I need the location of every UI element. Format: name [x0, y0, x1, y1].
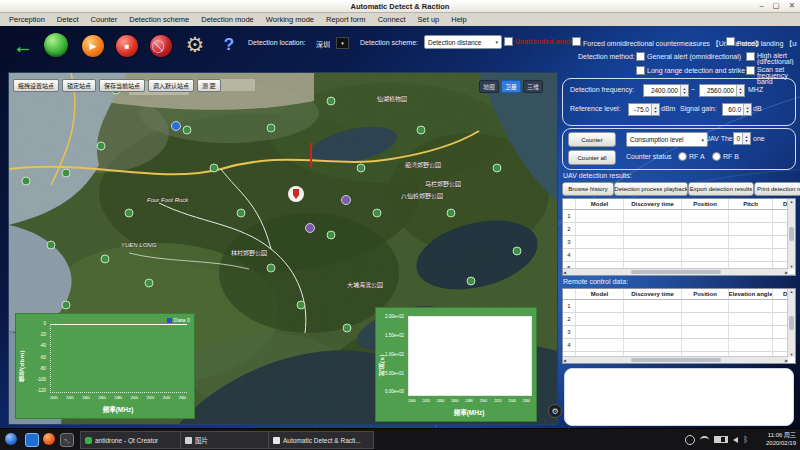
map-marker-blue[interactable]: [172, 122, 181, 131]
table-row[interactable]: 4: [563, 339, 795, 352]
horizontal-scrollbar[interactable]: ◀▶: [563, 356, 788, 363]
remote-data-table[interactable]: Model Discovery time Position Elevation …: [562, 288, 796, 364]
threed-view-button[interactable]: 三维: [523, 80, 543, 93]
table-row[interactable]: 3: [563, 236, 795, 249]
menu-perception[interactable]: Perception: [3, 15, 51, 24]
ref-unit-label: dBm: [661, 105, 675, 112]
spinner-arrows[interactable]: ▲▼: [742, 133, 750, 144]
reference-level-spinner[interactable]: -75.0 ▲▼: [628, 103, 660, 116]
table-row[interactable]: 1: [563, 300, 795, 313]
table-row[interactable]: 1: [563, 210, 795, 223]
menu-detect[interactable]: Detect: [51, 15, 85, 24]
unattended-mode-checkbox[interactable]: [504, 37, 513, 46]
input-method-icon[interactable]: [685, 435, 695, 445]
col-elevation-angle[interactable]: Elevation angle: [729, 289, 773, 299]
rf-a-radio[interactable]: [678, 152, 687, 161]
menu-report-form[interactable]: Report form: [320, 15, 372, 24]
menu-working-mode[interactable]: Working mode: [260, 15, 320, 24]
terminal-icon[interactable]: >_: [60, 433, 74, 447]
drag-set-site-button[interactable]: 拖拽设置站点: [13, 79, 59, 92]
taskbar-clock[interactable]: 11:06 周三 2020/02/19: [766, 431, 796, 447]
forced-landing-checkbox[interactable]: [726, 37, 735, 46]
menu-set-up[interactable]: Set up: [412, 15, 446, 24]
panel-gear-icon[interactable]: ⚙: [548, 404, 562, 418]
spinner-arrows[interactable]: ▲▼: [736, 85, 744, 96]
col-model[interactable]: Model: [576, 289, 624, 299]
uav-results-table[interactable]: Model Discovery time Position Pitch Dist…: [562, 198, 796, 276]
close-icon[interactable]: ✕: [789, 0, 795, 12]
wifi-icon[interactable]: [700, 436, 709, 444]
location-dropdown-button[interactable]: ▾: [336, 37, 349, 49]
menu-detection-scheme[interactable]: Detection scheme: [123, 15, 195, 24]
col-pitch[interactable]: Pitch: [729, 199, 773, 209]
menu-help[interactable]: Help: [445, 15, 472, 24]
counter-strike-icon[interactable]: ⃠: [150, 35, 172, 57]
lock-site-button[interactable]: 锁定站点: [62, 79, 96, 92]
monitor-icon[interactable]: [25, 433, 39, 447]
scan-band-checkbox[interactable]: [746, 66, 755, 75]
volume-icon[interactable]: [733, 437, 738, 443]
signal-gain-spinner[interactable]: 60.0 ▲▼: [722, 103, 752, 116]
print-results-button[interactable]: Print detection results: [754, 182, 800, 196]
map-marker: [343, 324, 351, 332]
forced-omni-checkbox[interactable]: [572, 37, 581, 46]
counter-button[interactable]: Counter: [568, 132, 616, 147]
task-automatic-detect[interactable]: Automatic Detect & Racti...: [268, 431, 374, 449]
col-discovery-time[interactable]: Discovery time: [624, 289, 682, 299]
task-qt-creator[interactable]: antidrone - Qt Creator: [80, 431, 186, 449]
menu-connect[interactable]: Connect: [372, 15, 412, 24]
stop-icon[interactable]: ■: [116, 35, 138, 57]
battery-icon[interactable]: [714, 436, 728, 443]
freq-min-spinner[interactable]: 2400.000 ▲▼: [643, 84, 689, 97]
load-default-site-button[interactable]: 调入默认站点: [148, 79, 194, 92]
col-position[interactable]: Position: [682, 289, 729, 299]
table-row[interactable]: 2: [563, 223, 795, 236]
col-discovery-time[interactable]: Discovery time: [624, 199, 682, 209]
general-alert-label: General alert (omnidirectional): [647, 53, 741, 60]
task-pictures[interactable]: 图片: [180, 431, 274, 449]
spinner-arrows[interactable]: ▲▼: [651, 104, 659, 115]
export-results-button[interactable]: Export detection results: [688, 182, 754, 196]
high-alert-checkbox[interactable]: [746, 52, 755, 61]
browse-history-button[interactable]: Browse history: [562, 182, 614, 196]
rf-b-radio[interactable]: [712, 152, 721, 161]
counter-all-button[interactable]: Counter all: [568, 150, 616, 165]
satellite-view-button[interactable]: 卫星: [501, 80, 521, 93]
spinner-arrows[interactable]: ▲▼: [680, 85, 688, 96]
map-view-button[interactable]: 地图: [479, 80, 499, 93]
detection-scheme-select[interactable]: Detection distance ▾: [424, 35, 502, 49]
minimize-icon[interactable]: –: [759, 0, 763, 12]
message-log-box[interactable]: [564, 368, 794, 426]
settings-gear-icon[interactable]: ⚙: [183, 33, 207, 57]
start-menu-icon[interactable]: [5, 433, 17, 445]
playback-button[interactable]: Detection process playback: [614, 182, 688, 196]
col-position[interactable]: Position: [682, 199, 729, 209]
ytick: 2.00e+02: [380, 314, 404, 319]
table-row[interactable]: 4: [563, 249, 795, 262]
long-range-checkbox[interactable]: [636, 66, 645, 75]
table-row[interactable]: 3: [563, 326, 795, 339]
general-alert-checkbox[interactable]: [636, 52, 645, 61]
consumption-level-select[interactable]: Consumption level ▾: [626, 132, 708, 147]
back-icon[interactable]: ←: [12, 35, 34, 57]
app-window-icon: [273, 437, 280, 444]
play-icon[interactable]: ▶: [82, 35, 104, 57]
menu-counter[interactable]: Counter: [85, 15, 124, 24]
menu-detection-mode[interactable]: Detection mode: [195, 15, 260, 24]
globe-icon[interactable]: [44, 33, 68, 57]
browser-icon[interactable]: [43, 433, 55, 445]
table-row[interactable]: 2: [563, 313, 795, 326]
uav-count-spinner[interactable]: 0 ▲▼: [733, 132, 751, 145]
help-icon[interactable]: ?: [218, 34, 240, 56]
uav-alert-marker[interactable]: [288, 186, 304, 202]
spinner-arrows[interactable]: ▲▼: [743, 104, 751, 115]
vertical-scrollbar[interactable]: ▲▼: [787, 199, 795, 269]
col-model[interactable]: Model: [576, 199, 624, 209]
freq-max-spinner[interactable]: 2560.000 ▲▼: [699, 84, 745, 97]
save-site-button[interactable]: 保存当前站点: [99, 79, 145, 92]
vertical-scrollbar[interactable]: ▲▼: [787, 289, 795, 357]
measure-distance-button[interactable]: 测 距: [197, 79, 221, 92]
maximize-icon[interactable]: ▢: [773, 0, 780, 12]
horizontal-scrollbar[interactable]: ◀▶: [563, 268, 788, 275]
bluetooth-icon[interactable]: ᛒ: [743, 436, 748, 444]
